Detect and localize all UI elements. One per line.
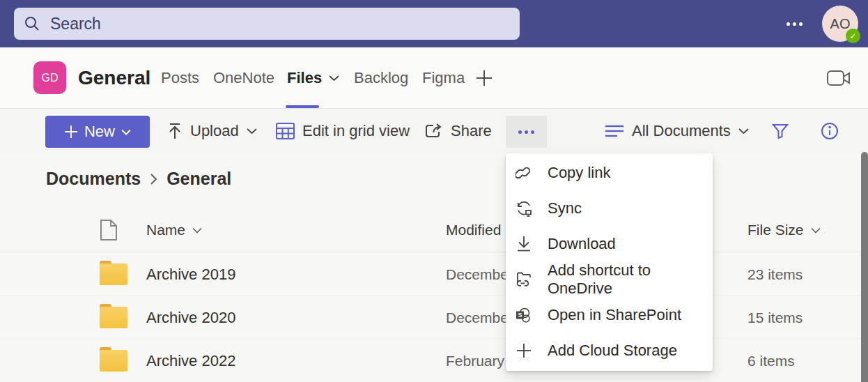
- file-size: 23 items: [747, 252, 803, 297]
- file-modified: February: [446, 339, 504, 382]
- menu-item-label: Open in SharePoint: [548, 306, 681, 324]
- menu-item-add-cloud-storage[interactable]: Add Cloud Storage: [506, 333, 713, 368]
- menu-item-label: Sync: [548, 199, 582, 217]
- new-button-label: New: [84, 123, 115, 141]
- table-row[interactable]: Archive 2020 December 15 items: [0, 296, 868, 339]
- tab-label: OneNote: [213, 69, 274, 87]
- filter-funnel-icon: [772, 123, 789, 139]
- breadcrumb: Documents General: [46, 169, 231, 189]
- link-icon: [516, 165, 532, 181]
- menu-item-label: Download: [548, 235, 616, 253]
- file-size: 15 items: [747, 296, 803, 340]
- channel-title: General: [78, 47, 150, 108]
- topbar-more-icon[interactable]: [780, 0, 808, 47]
- list-lines-icon: [605, 124, 624, 138]
- table-header: Name Modified File Size: [0, 208, 868, 252]
- info-button[interactable]: [821, 109, 839, 153]
- folder-icon: [100, 296, 127, 340]
- menu-item-label: Add shortcut to OneDrive: [548, 261, 713, 298]
- new-button[interactable]: New: [45, 116, 150, 148]
- folder-icon: [100, 252, 127, 297]
- menu-item-add-shortcut-onedrive[interactable]: Add shortcut to OneDrive: [506, 261, 713, 297]
- chevron-down-icon: [121, 129, 131, 135]
- search-placeholder: Search: [50, 15, 101, 33]
- file-modified: December: [446, 296, 513, 340]
- tab-backlog[interactable]: Backlog: [354, 47, 408, 108]
- files-toolbar: New Upload Edit in grid view Share: [0, 109, 868, 153]
- toolbar-more-button[interactable]: [506, 116, 547, 148]
- document-icon: [100, 219, 118, 241]
- view-selector[interactable]: All Documents: [605, 109, 749, 153]
- grid-icon: [276, 123, 295, 139]
- table-row[interactable]: Archive 2022 February 6 items: [0, 339, 868, 382]
- tab-files[interactable]: Files: [287, 47, 339, 108]
- file-name-link[interactable]: Archive 2022: [146, 339, 235, 382]
- menu-item-download[interactable]: Download: [506, 226, 713, 261]
- column-file-size[interactable]: File Size: [747, 208, 821, 252]
- menu-item-sync[interactable]: Sync: [506, 190, 713, 226]
- edit-grid-view-label: Edit in grid view: [302, 122, 410, 140]
- edit-grid-view-button[interactable]: Edit in grid view: [276, 109, 410, 153]
- tab-onenote[interactable]: OneNote: [213, 47, 274, 108]
- tab-label: Figma: [422, 69, 465, 87]
- chevron-down-icon: [329, 75, 339, 82]
- chevron-down-icon: [247, 128, 257, 135]
- team-initials: GD: [42, 72, 59, 84]
- menu-item-open-sharepoint[interactable]: S Open in SharePoint: [506, 297, 713, 333]
- breadcrumb-documents[interactable]: Documents: [46, 169, 141, 189]
- menu-item-label: Copy link: [548, 164, 610, 182]
- toolbar-overflow-menu: Copy link Sync Download Add shortcut to …: [506, 153, 713, 371]
- tab-figma[interactable]: Figma: [422, 47, 465, 108]
- column-name-label: Name: [146, 222, 185, 238]
- top-bar: Search AO ✓: [0, 0, 868, 47]
- plus-icon: [516, 342, 532, 359]
- file-size: 6 items: [747, 339, 795, 382]
- search-input[interactable]: Search: [14, 8, 520, 40]
- share-button[interactable]: Share: [425, 109, 492, 153]
- share-label: Share: [451, 122, 492, 140]
- share-icon: [425, 123, 443, 139]
- channel-header: GD General Posts OneNote Files Backlog F…: [0, 47, 868, 109]
- tab-label: Backlog: [354, 69, 408, 87]
- sharepoint-icon: S: [516, 307, 532, 323]
- download-icon: [516, 236, 532, 252]
- tab-label: Posts: [161, 69, 199, 87]
- svg-text:S: S: [518, 312, 522, 319]
- file-modified: December: [446, 252, 513, 297]
- column-name[interactable]: Name: [146, 208, 202, 252]
- breadcrumb-general[interactable]: General: [166, 169, 231, 189]
- menu-item-label: Add Cloud Storage: [548, 342, 677, 360]
- plus-icon: [64, 125, 78, 139]
- search-icon: [24, 15, 40, 32]
- table-row[interactable]: Archive 2019 December 23 items: [0, 252, 868, 296]
- file-name-link[interactable]: Archive 2019: [146, 252, 235, 297]
- info-icon: [821, 122, 839, 140]
- folder-link-icon: [516, 271, 532, 288]
- file-name-link[interactable]: Archive 2020: [146, 296, 235, 340]
- avatar-initials: AO: [830, 16, 851, 32]
- team-avatar[interactable]: GD: [33, 61, 66, 94]
- filter-button[interactable]: [772, 109, 789, 153]
- upload-label: Upload: [190, 122, 239, 140]
- column-file-size-label: File Size: [747, 222, 804, 238]
- sync-icon: [516, 200, 532, 217]
- user-avatar[interactable]: AO ✓: [822, 6, 858, 42]
- active-tab-indicator: [286, 105, 319, 108]
- vertical-scrollbar[interactable]: [861, 152, 868, 382]
- camera-icon: [826, 69, 851, 87]
- chevron-down-icon: [738, 128, 749, 135]
- upload-button[interactable]: Upload: [167, 109, 257, 153]
- column-modified-label: Modified: [446, 222, 501, 238]
- menu-item-copy-link[interactable]: Copy link: [506, 155, 713, 190]
- tab-posts[interactable]: Posts: [161, 47, 199, 108]
- tab-label: Files: [287, 69, 322, 87]
- chevron-down-icon: [192, 227, 202, 234]
- folder-icon: [100, 339, 127, 382]
- view-selector-label: All Documents: [632, 122, 731, 140]
- upload-icon: [167, 123, 183, 139]
- chevron-down-icon: [811, 227, 821, 234]
- add-tab-button[interactable]: [475, 47, 493, 108]
- column-type[interactable]: [100, 208, 118, 252]
- meet-now-button[interactable]: [826, 68, 851, 88]
- plus-icon: [475, 69, 493, 87]
